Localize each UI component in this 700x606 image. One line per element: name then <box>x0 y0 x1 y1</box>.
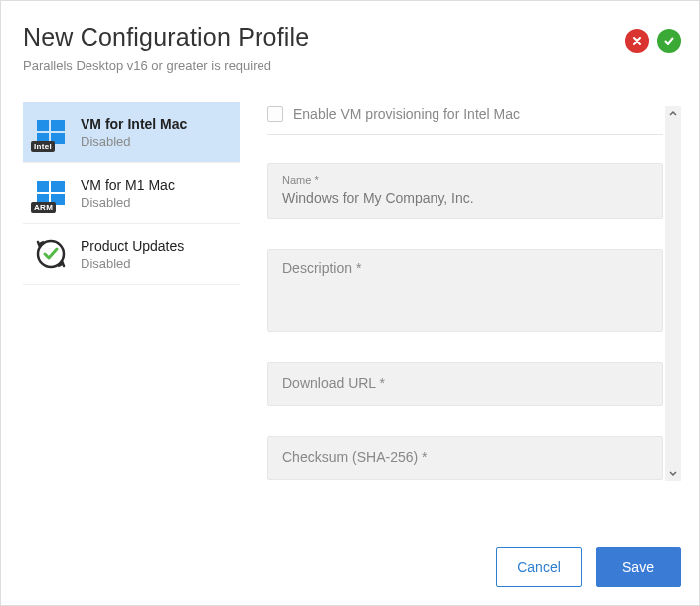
close-icon[interactable] <box>625 29 649 53</box>
scrollbar[interactable] <box>665 106 681 481</box>
name-field[interactable]: Name * Windows for My Company, Inc. <box>267 163 663 219</box>
page-subtitle: Parallels Desktop v16 or greater is requ… <box>23 58 309 73</box>
updates-icon <box>33 236 69 272</box>
cancel-button[interactable]: Cancel <box>496 547 582 587</box>
windows-arm-icon: ARM <box>33 175 69 211</box>
svg-rect-1 <box>51 120 65 131</box>
scroll-down-icon[interactable] <box>665 465 681 481</box>
svg-rect-5 <box>51 181 65 192</box>
arch-badge-arm: ARM <box>31 202 56 213</box>
sidebar-item-label: VM for M1 Mac <box>81 177 175 193</box>
sidebar-item-product-updates[interactable]: Product Updates Disabled <box>23 224 240 285</box>
download-url-label: Download URL * <box>282 375 385 391</box>
description-label: Description * <box>282 260 648 276</box>
download-url-field[interactable]: Download URL * <box>267 362 663 406</box>
checksum-label: Checksum (SHA-256) * <box>282 449 428 465</box>
description-field[interactable]: Description * <box>267 249 663 332</box>
sidebar-item-vm-intel[interactable]: Intel VM for Intel Mac Disabled <box>23 102 240 163</box>
arch-badge-intel: Intel <box>31 141 55 152</box>
name-value: Windows for My Company, Inc. <box>282 190 648 206</box>
windows-intel-icon: Intel <box>33 114 69 150</box>
sidebar-item-status: Disabled <box>81 256 184 271</box>
enable-vm-label: Enable VM provisioning for Intel Mac <box>293 106 520 122</box>
svg-rect-4 <box>37 181 49 192</box>
sidebar-item-label: Product Updates <box>81 238 184 254</box>
page-title: New Configuration Profile <box>23 23 309 52</box>
confirm-icon[interactable] <box>657 29 681 53</box>
sidebar-item-vm-m1[interactable]: ARM VM for M1 Mac Disabled <box>23 163 240 224</box>
svg-rect-0 <box>37 120 49 131</box>
enable-vm-checkbox[interactable] <box>267 106 283 122</box>
name-label: Name * <box>282 174 648 186</box>
sidebar-item-status: Disabled <box>81 134 187 149</box>
checksum-field[interactable]: Checksum (SHA-256) * <box>267 436 663 480</box>
save-button[interactable]: Save <box>596 547 681 587</box>
sidebar: Intel VM for Intel Mac Disabled ARM <box>23 102 240 605</box>
scroll-up-icon[interactable] <box>665 106 681 122</box>
sidebar-item-status: Disabled <box>81 195 175 210</box>
sidebar-item-label: VM for Intel Mac <box>81 116 187 132</box>
